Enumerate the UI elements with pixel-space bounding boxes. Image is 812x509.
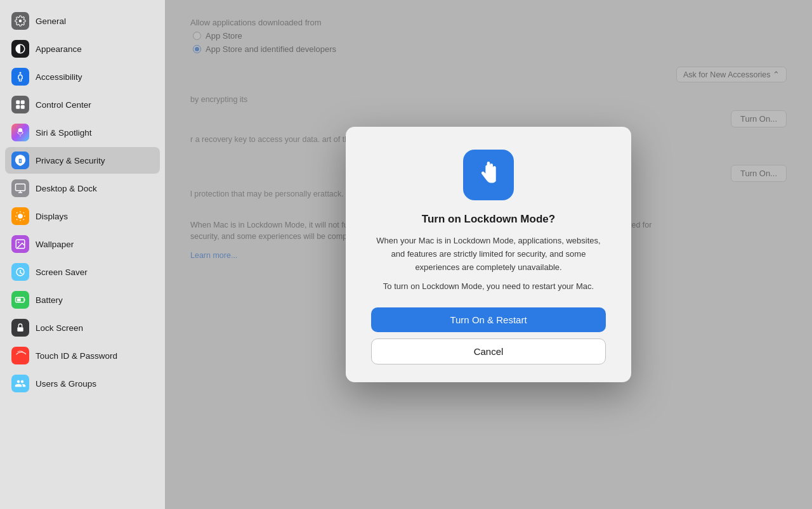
- svg-rect-4: [16, 105, 20, 109]
- displays-icon: [11, 207, 29, 225]
- sidebar-label-appearance: Appearance: [36, 44, 82, 54]
- sidebar-item-touch-id[interactable]: Touch ID & Password: [5, 342, 160, 369]
- svg-point-0: [19, 20, 22, 23]
- accessibility-icon: [11, 68, 29, 86]
- svg-point-8: [18, 214, 23, 219]
- sidebar-label-accessibility: Accessibility: [36, 72, 82, 82]
- sidebar-label-siri: Siri & Spotlight: [36, 128, 92, 138]
- svg-rect-3: [21, 100, 25, 104]
- battery-icon: [11, 291, 29, 309]
- modal-overlay: Turn on Lockdown Mode? When your Mac is …: [165, 0, 812, 509]
- sidebar-label-touchid: Touch ID & Password: [36, 351, 117, 361]
- sidebar-label-desktop: Desktop & Dock: [36, 184, 97, 193]
- modal-icon-wrapper: [463, 150, 514, 200]
- lockdown-hand-icon: [473, 159, 504, 191]
- svg-rect-5: [21, 105, 25, 109]
- sidebar-item-desktop-dock[interactable]: Desktop & Dock: [5, 175, 160, 202]
- sidebar-item-screen-saver[interactable]: Screen Saver: [5, 259, 160, 285]
- sidebar-item-users-groups[interactable]: Users & Groups: [5, 370, 160, 397]
- control-center-icon: [11, 96, 29, 113]
- sidebar-label-displays: Displays: [36, 212, 68, 221]
- privacy-icon: [11, 151, 29, 169]
- sidebar-item-accessibility[interactable]: Accessibility: [5, 63, 160, 90]
- sidebar-item-appearance[interactable]: Appearance: [5, 35, 160, 62]
- sidebar-label-wallpaper: Wallpaper: [36, 240, 74, 249]
- sidebar-item-privacy-security[interactable]: Privacy & Security: [5, 147, 160, 174]
- sidebar-label-general: General: [36, 16, 66, 26]
- users-icon: [11, 375, 29, 392]
- wallpaper-icon: [11, 235, 29, 253]
- main-content: Allow applications downloaded from App S…: [165, 0, 812, 509]
- svg-rect-7: [16, 184, 25, 191]
- sidebar-label-privacy: Privacy & Security: [36, 156, 105, 165]
- appearance-icon: [11, 40, 29, 58]
- modal-paragraph-2: To turn on Lockdown Mode, you need to re…: [371, 280, 606, 293]
- general-icon: [11, 12, 29, 30]
- svg-point-10: [18, 242, 19, 243]
- turn-on-restart-button[interactable]: Turn On & Restart: [371, 307, 606, 332]
- desktop-icon: [11, 179, 29, 197]
- sidebar-item-general[interactable]: General: [5, 8, 160, 34]
- touchid-icon: [11, 347, 29, 364]
- sidebar-label-users: Users & Groups: [36, 379, 96, 389]
- lockscreen-icon: [11, 319, 29, 337]
- svg-rect-12: [17, 327, 23, 332]
- sidebar: General Appearance Accessibility Control…: [0, 0, 165, 509]
- screensaver-icon: [11, 263, 29, 281]
- sidebar-label-screensaver: Screen Saver: [36, 267, 88, 277]
- modal-title: Turn on Lockdown Mode?: [422, 213, 555, 226]
- cancel-button[interactable]: Cancel: [371, 338, 606, 364]
- sidebar-item-siri-spotlight[interactable]: Siri & Spotlight: [5, 119, 160, 146]
- sidebar-item-displays[interactable]: Displays: [5, 203, 160, 229]
- sidebar-label-battery: Battery: [36, 295, 63, 305]
- lockdown-modal: Turn on Lockdown Mode? When your Mac is …: [346, 127, 631, 382]
- sidebar-item-lock-screen[interactable]: Lock Screen: [5, 314, 160, 341]
- sidebar-label-control-center: Control Center: [36, 100, 91, 110]
- sidebar-item-battery[interactable]: Battery: [5, 287, 160, 313]
- svg-rect-6: [20, 160, 22, 162]
- svg-rect-2: [16, 100, 20, 104]
- sidebar-label-lockscreen: Lock Screen: [36, 323, 83, 333]
- sidebar-item-wallpaper[interactable]: Wallpaper: [5, 231, 160, 257]
- sidebar-item-control-center[interactable]: Control Center: [5, 91, 160, 118]
- modal-body: When your Mac is in Lockdown Mode, appli…: [371, 235, 606, 293]
- modal-paragraph-1: When your Mac is in Lockdown Mode, appli…: [371, 235, 606, 274]
- siri-icon: [11, 124, 29, 141]
- svg-point-1: [20, 72, 22, 74]
